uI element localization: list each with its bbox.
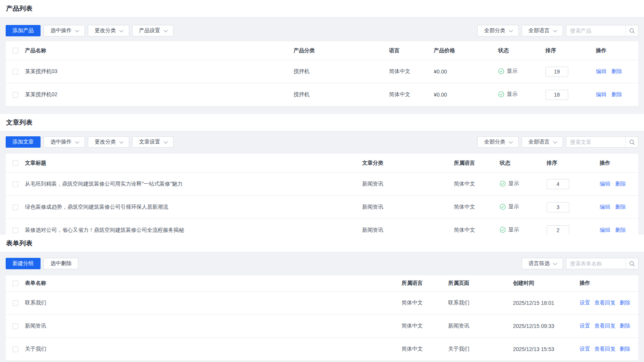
column-header: 操作 [600, 160, 638, 167]
articles-section: 文章列表 添加文章 选中操作 更改分类 文章设置 全部分类 全部语言 文章标题 … [0, 114, 644, 235]
new-group-button[interactable]: 新建分组 [6, 258, 41, 269]
article-language: 简体中文 [454, 204, 500, 211]
article-language-filter-dropdown[interactable]: 全部语言 [522, 136, 563, 148]
chevron-down-icon [553, 139, 557, 144]
articles-table: 文章标题 文章分类 所属语言 状态 排序 操作 从毛坯到精装，鼎筑空间建筑装修公… [6, 154, 638, 235]
row-checkbox[interactable] [13, 346, 18, 352]
product-search [566, 25, 638, 36]
row-checkbox[interactable] [13, 228, 18, 233]
sort-order-input[interactable] [546, 90, 568, 100]
products-page-title: 产品列表 [6, 4, 33, 13]
column-header: 排序 [546, 47, 596, 54]
product-language: 简体中文 [389, 91, 434, 98]
add-product-button[interactable]: 添加产品 [6, 25, 41, 36]
product-search-input[interactable] [566, 25, 625, 36]
sort-order-input[interactable] [546, 67, 568, 77]
forms-section: 表单列表 新建分组 选中删除 语言筛选 表单名称 所属语言 所属页面 创建时间 … [0, 235, 644, 361]
product-change-category-dropdown[interactable]: 更改分类 [88, 25, 129, 36]
check-circle-icon [498, 91, 504, 97]
delete-link[interactable]: 删除 [611, 91, 622, 97]
delete-link[interactable]: 删除 [615, 181, 626, 187]
search-icon[interactable] [625, 258, 638, 269]
chevron-down-icon [75, 28, 79, 32]
form-name: 关于我们 [25, 346, 46, 353]
form-created-time: 2025/12/15 18:01 [513, 300, 580, 306]
product-name: 某某搅拌机03 [25, 68, 58, 75]
product-language-filter-dropdown[interactable]: 全部语言 [522, 25, 563, 36]
row-checkbox[interactable] [13, 92, 18, 98]
article-language: 简体中文 [454, 181, 500, 187]
search-icon[interactable] [625, 25, 638, 36]
delete-link[interactable]: 删除 [620, 323, 630, 329]
article-search-input[interactable] [566, 137, 625, 147]
add-article-button[interactable]: 添加文章 [6, 136, 41, 148]
select-all-checkbox[interactable] [13, 281, 18, 286]
column-header: 所属页面 [448, 280, 513, 287]
select-all-checkbox[interactable] [13, 160, 18, 166]
status-badge: 显示 [500, 203, 519, 210]
sort-order-input[interactable] [547, 202, 569, 212]
delete-link[interactable]: 删除 [611, 68, 622, 74]
delete-selected-button[interactable]: 选中删除 [44, 258, 78, 269]
view-replies-link[interactable]: 查看回复 [594, 346, 616, 352]
edit-link[interactable]: 编辑 [600, 181, 610, 187]
form-language: 简体中文 [402, 300, 448, 306]
edit-link[interactable]: 编辑 [600, 227, 610, 233]
settings-link[interactable]: 设置 [580, 300, 590, 306]
article-search [566, 136, 638, 148]
article-select-action-dropdown[interactable]: 选中操作 [44, 136, 85, 148]
forms-table: 表单名称 所属语言 所属页面 创建时间 操作 联系我们 简体中文 联系我们 20… [6, 275, 638, 361]
form-page: 新闻资讯 [448, 323, 513, 329]
delete-link[interactable]: 删除 [620, 300, 630, 306]
column-header: 文章分类 [362, 160, 454, 167]
settings-link[interactable]: 设置 [580, 323, 590, 329]
edit-link[interactable]: 编辑 [596, 68, 606, 74]
forms-table-header: 表单名称 所属语言 所属页面 创建时间 操作 [6, 275, 638, 292]
delete-link[interactable]: 删除 [615, 227, 626, 233]
form-page: 联系我们 [448, 300, 513, 306]
article-title: 绿色装修成趋势，鼎筑空间建筑装修公司引领环保人居新潮流 [25, 204, 168, 211]
row-checkbox[interactable] [13, 69, 18, 75]
articles-page-title: 文章列表 [6, 118, 33, 127]
product-category-filter-dropdown[interactable]: 全部分类 [477, 25, 519, 36]
sort-order-input[interactable] [547, 179, 569, 189]
column-header: 表单名称 [25, 280, 46, 287]
form-language: 简体中文 [402, 323, 448, 329]
chevron-down-icon [119, 139, 123, 144]
products-table: 产品名称 产品分类 语言 产品价格 状态 排序 操作 某某搅拌机03 搅拌机 简… [6, 41, 638, 106]
view-replies-link[interactable]: 查看回复 [594, 323, 616, 329]
table-row: 某某搅拌机02 搅拌机 简体中文 ¥0.00 显示 编辑 删除 [6, 83, 638, 106]
delete-link[interactable]: 删除 [615, 204, 626, 210]
article-settings-dropdown[interactable]: 文章设置 [132, 136, 174, 148]
row-checkbox[interactable] [13, 300, 18, 306]
article-change-category-dropdown[interactable]: 更改分类 [88, 136, 129, 148]
delete-link[interactable]: 删除 [620, 346, 630, 352]
form-language-filter-dropdown[interactable]: 语言筛选 [522, 258, 563, 269]
form-created-time: 2025/12/15 09:33 [513, 323, 580, 329]
product-settings-dropdown[interactable]: 产品设置 [132, 25, 174, 36]
status-badge: 显示 [500, 226, 519, 233]
sort-order-input[interactable] [547, 225, 569, 235]
row-checkbox[interactable] [13, 181, 18, 187]
column-header: 操作 [596, 47, 638, 54]
article-title: 装修选对公司，省心又省力！鼎筑空间建筑装修公司全流程服务揭秘 [25, 227, 184, 234]
products-table-header: 产品名称 产品分类 语言 产品价格 状态 排序 操作 [6, 41, 638, 60]
column-header: 操作 [580, 280, 638, 287]
table-row: 绿色装修成趋势，鼎筑空间建筑装修公司引领环保人居新潮流 新闻资讯 简体中文 显示… [6, 196, 638, 219]
row-checkbox[interactable] [13, 204, 18, 210]
settings-link[interactable]: 设置 [580, 346, 590, 352]
view-replies-link[interactable]: 查看回复 [594, 300, 616, 306]
column-header: 创建时间 [513, 280, 580, 287]
edit-link[interactable]: 编辑 [596, 91, 606, 97]
chevron-down-icon [553, 28, 557, 32]
table-row: 从毛坯到精装，鼎筑空间建筑装修公司用实力诠释"一站式装修"魅力 新闻资讯 简体中… [6, 173, 638, 196]
search-icon[interactable] [625, 137, 638, 147]
form-search-input[interactable] [566, 258, 625, 269]
select-all-checkbox[interactable] [13, 48, 18, 53]
edit-link[interactable]: 编辑 [600, 204, 610, 210]
row-checkbox[interactable] [13, 323, 18, 329]
articles-toolbar: 添加文章 选中操作 更改分类 文章设置 全部分类 全部语言 [0, 131, 644, 154]
article-category-filter-dropdown[interactable]: 全部分类 [477, 136, 519, 148]
product-select-action-dropdown[interactable]: 选中操作 [44, 25, 85, 36]
check-circle-icon [500, 204, 506, 210]
